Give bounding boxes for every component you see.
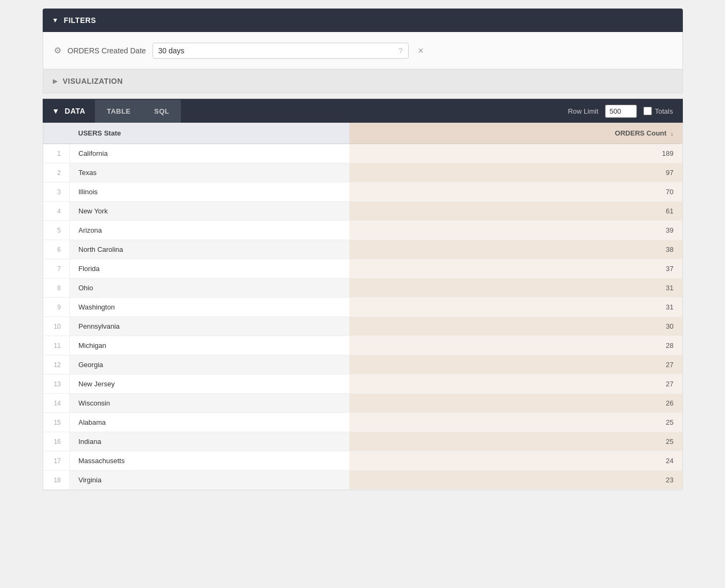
- sort-desc-icon: ↓: [671, 130, 674, 137]
- row-count: 38: [349, 240, 682, 259]
- table-row: 14Wisconsin26: [43, 394, 682, 413]
- row-number: 14: [43, 394, 70, 413]
- row-count: 61: [349, 202, 682, 221]
- visualization-chevron-icon: ▶: [53, 77, 58, 85]
- data-header-right: Row Limit Totals: [568, 105, 682, 118]
- filter-input-wrapper: ?: [153, 43, 409, 59]
- row-count: 27: [349, 355, 682, 375]
- table-row: 7Florida37: [43, 259, 682, 279]
- table-row: 2Texas97: [43, 163, 682, 182]
- row-number: 10: [43, 317, 70, 336]
- row-count: 31: [349, 279, 682, 298]
- filter-help-icon[interactable]: ?: [399, 46, 403, 55]
- row-number: 9: [43, 298, 70, 317]
- table-row: 11Michigan28: [43, 336, 682, 355]
- filters-label: FILTERS: [63, 16, 96, 25]
- data-header: ▼ DATA TABLE SQL Row Limit Totals: [43, 99, 683, 123]
- row-count: 24: [349, 451, 682, 471]
- filters-section: ▼ FILTERS ⚙ ORDERS Created Date ? ×: [43, 9, 683, 69]
- row-state: Alabama: [70, 413, 349, 432]
- row-number: 7: [43, 259, 70, 279]
- row-limit-input[interactable]: [605, 105, 637, 118]
- data-section: ▼ DATA TABLE SQL Row Limit Totals USERS: [43, 99, 683, 490]
- tab-table[interactable]: TABLE: [95, 100, 142, 123]
- totals-checkbox-input[interactable]: [643, 107, 652, 115]
- row-number: 12: [43, 355, 70, 375]
- row-number: 16: [43, 432, 70, 451]
- row-number: 5: [43, 221, 70, 240]
- row-state: Indiana: [70, 432, 349, 451]
- row-state: Ohio: [70, 279, 349, 298]
- row-state: New Jersey: [70, 375, 349, 394]
- totals-label: Totals: [655, 107, 673, 115]
- filters-header[interactable]: ▼ FILTERS: [43, 9, 683, 32]
- row-number: 2: [43, 163, 70, 182]
- data-tab-active[interactable]: ▼ DATA: [43, 99, 95, 123]
- table-row: 12Georgia27: [43, 355, 682, 375]
- tab-sql[interactable]: SQL: [142, 100, 181, 123]
- row-state: New York: [70, 202, 349, 221]
- table-row: 10Pennsylvania30: [43, 317, 682, 336]
- row-count: 25: [349, 432, 682, 451]
- totals-checkbox-label[interactable]: Totals: [643, 107, 673, 115]
- row-state: Georgia: [70, 355, 349, 375]
- table-row: 15Alabama25: [43, 413, 682, 432]
- row-limit-label: Row Limit: [568, 107, 598, 115]
- table-body: 1California1892Texas973Illinois704New Yo…: [43, 144, 682, 490]
- row-count: 189: [349, 144, 682, 163]
- row-state: Texas: [70, 163, 349, 182]
- row-number: 13: [43, 375, 70, 394]
- row-state: Wisconsin: [70, 394, 349, 413]
- filters-body: ⚙ ORDERS Created Date ? ×: [43, 32, 683, 69]
- filter-field-label: ORDERS Created Date: [68, 46, 146, 55]
- row-state: California: [70, 144, 349, 163]
- filter-gear-icon[interactable]: ⚙: [54, 45, 61, 55]
- row-state: Massachusetts: [70, 451, 349, 471]
- row-count: 23: [349, 471, 682, 490]
- row-state: Pennsylvania: [70, 317, 349, 336]
- col-row-num: [43, 123, 70, 144]
- row-count: 70: [349, 182, 682, 202]
- visualization-header[interactable]: ▶ VISUALIZATION: [43, 69, 683, 93]
- filters-chevron-icon: ▼: [52, 17, 59, 24]
- row-state: Florida: [70, 259, 349, 279]
- table-row: 17Massachusetts24: [43, 451, 682, 471]
- row-number: 17: [43, 451, 70, 471]
- row-number: 8: [43, 279, 70, 298]
- row-state: Arizona: [70, 221, 349, 240]
- table-row: 5Arizona39: [43, 221, 682, 240]
- row-number: 6: [43, 240, 70, 259]
- table-row: 18Virginia23: [43, 471, 682, 490]
- table-row: 13New Jersey27: [43, 375, 682, 394]
- col-users-state: USERS State: [70, 123, 349, 144]
- row-number: 11: [43, 336, 70, 355]
- table-row: 3Illinois70: [43, 182, 682, 202]
- visualization-section: ▶ VISUALIZATION: [43, 69, 683, 93]
- page-container: ▼ FILTERS ⚙ ORDERS Created Date ? × ▶ VI…: [43, 0, 683, 499]
- row-state: Virginia: [70, 471, 349, 490]
- table-row: 16Indiana25: [43, 432, 682, 451]
- table-row: 1California189: [43, 144, 682, 163]
- row-number: 1: [43, 144, 70, 163]
- row-number: 3: [43, 182, 70, 202]
- row-count: 25: [349, 413, 682, 432]
- visualization-label: VISUALIZATION: [63, 77, 123, 85]
- col-orders-count[interactable]: ORDERS Count ↓: [349, 123, 682, 144]
- table-row: 6North Carolina38: [43, 240, 682, 259]
- table-row: 8Ohio31: [43, 279, 682, 298]
- filter-date-input[interactable]: [158, 46, 394, 55]
- table-header-row: USERS State ORDERS Count ↓: [43, 123, 682, 144]
- row-count: 30: [349, 317, 682, 336]
- table-row: 4New York61: [43, 202, 682, 221]
- row-count: 39: [349, 221, 682, 240]
- col-orders-count-label: ORDERS Count: [615, 129, 667, 137]
- row-state: North Carolina: [70, 240, 349, 259]
- filter-clear-button[interactable]: ×: [415, 45, 427, 57]
- data-table: USERS State ORDERS Count ↓ 1California18…: [43, 123, 682, 490]
- row-state: Washington: [70, 298, 349, 317]
- table-row: 9Washington31: [43, 298, 682, 317]
- row-state: Michigan: [70, 336, 349, 355]
- row-count: 27: [349, 375, 682, 394]
- data-label: DATA: [65, 107, 85, 115]
- row-number: 18: [43, 471, 70, 490]
